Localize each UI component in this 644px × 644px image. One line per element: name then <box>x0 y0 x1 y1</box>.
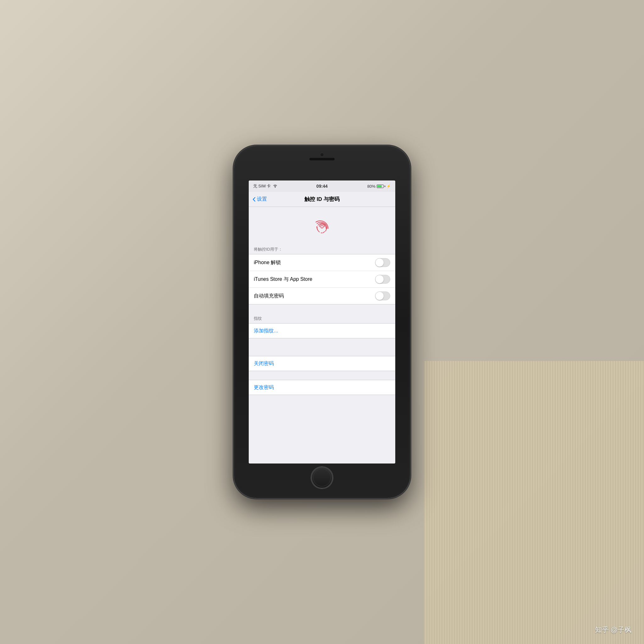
itunes-appstore-toggle[interactable] <box>375 275 390 284</box>
carrier-label: 无 SIM 卡 <box>253 183 271 189</box>
battery-fill <box>377 185 382 187</box>
autofill-toggle[interactable] <box>375 291 390 300</box>
back-button[interactable]: 设置 <box>253 196 267 203</box>
battery-percent-label: 80% <box>367 184 375 189</box>
status-right: 80% ⚡ <box>367 184 391 189</box>
itunes-appstore-label: iTunes Store 与 App Store <box>254 276 312 283</box>
spacer-3 <box>249 347 395 356</box>
iphone-unlock-row[interactable]: iPhone 解锁 <box>249 254 395 271</box>
itunes-appstore-row[interactable]: iTunes Store 与 App Store <box>249 271 395 288</box>
front-camera <box>320 153 324 157</box>
table-mat <box>424 361 644 644</box>
back-label: 设置 <box>257 196 267 203</box>
iphone-unlock-toggle[interactable] <box>375 258 390 267</box>
charging-icon: ⚡ <box>386 184 391 188</box>
fingerprint-icon <box>311 216 333 238</box>
change-passcode-label: 更改密码 <box>254 384 274 391</box>
screen: 无 SIM 卡 09:44 80% <box>249 180 395 464</box>
spacer-1 <box>249 304 395 313</box>
battery-body <box>377 185 384 188</box>
toggle-knob-2 <box>375 275 384 283</box>
spacer-2 <box>249 338 395 347</box>
spacer-4 <box>249 371 395 380</box>
toggle-knob <box>375 258 384 267</box>
autofill-row[interactable]: 自动填充密码 <box>249 288 395 304</box>
settings-content: 将触控ID用于： iPhone 解锁 iTunes Store 与 App St… <box>249 207 395 464</box>
touch-id-toggles-group: iPhone 解锁 iTunes Store 与 App Store <box>249 254 395 304</box>
speaker <box>309 158 335 160</box>
iphone-unlock-label: iPhone 解锁 <box>254 259 281 266</box>
change-passcode-row[interactable]: 更改密码 <box>249 380 395 395</box>
add-fingerprint-label: 添加指纹... <box>254 328 278 334</box>
turn-off-passcode-row[interactable]: 关闭密码 <box>249 356 395 371</box>
turn-off-passcode-label: 关闭密码 <box>254 360 274 367</box>
phone-body: 无 SIM 卡 09:44 80% <box>234 146 410 498</box>
passcode-group: 关闭密码 <box>249 356 395 371</box>
toggle-knob-3 <box>375 292 384 300</box>
status-bar: 无 SIM 卡 09:44 80% <box>249 180 395 192</box>
change-passcode-group: 更改密码 <box>249 380 395 395</box>
page-title: 触控 ID 与密码 <box>304 196 339 203</box>
time-display: 09:44 <box>316 184 328 189</box>
scene: 无 SIM 卡 09:44 80% <box>0 0 644 644</box>
autofill-label: 自动填充密码 <box>254 293 284 299</box>
home-button[interactable] <box>311 467 333 489</box>
svg-point-0 <box>321 225 323 228</box>
nav-bar: 设置 触控 ID 与密码 <box>249 192 395 207</box>
fingerprints-group: 添加指纹... <box>249 323 395 338</box>
status-left: 无 SIM 卡 <box>253 183 278 189</box>
home-button-inner <box>313 469 331 486</box>
fingerprints-header: 指纹 <box>249 313 395 323</box>
fingerprint-section <box>249 207 395 244</box>
battery-tip <box>385 186 385 187</box>
use-touch-id-header: 将触控ID用于： <box>249 244 395 254</box>
add-fingerprint-row[interactable]: 添加指纹... <box>249 324 395 338</box>
wifi-icon <box>273 184 278 189</box>
battery-icon <box>377 185 385 188</box>
watermark: 知乎 @子枫 <box>595 625 631 635</box>
